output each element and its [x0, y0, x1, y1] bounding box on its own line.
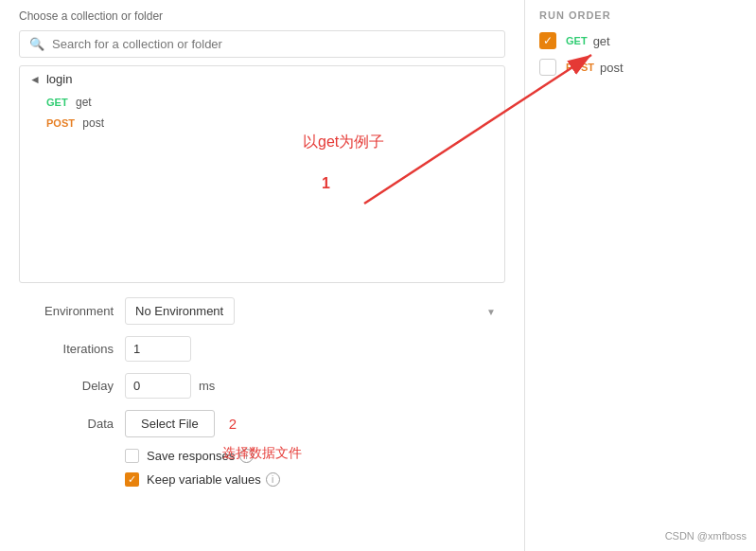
- method-get-label: GET: [46, 97, 68, 108]
- select-file-button[interactable]: Select File: [125, 410, 215, 437]
- environment-label: Environment: [19, 304, 114, 318]
- keep-variable-info-icon[interactable]: i: [266, 472, 280, 487]
- delay-row: Delay ms: [19, 373, 505, 399]
- method-post-label: POST: [46, 117, 75, 129]
- annotation-number-2: 2: [229, 416, 237, 432]
- csdn-watermark: CSDN @xmfboss: [665, 530, 747, 542]
- delay-input[interactable]: [125, 373, 191, 399]
- search-box: 🔍: [19, 30, 505, 58]
- run-checkbox-get[interactable]: ✓: [539, 32, 556, 49]
- checkmark-icon: ✓: [128, 473, 136, 486]
- checkmark-icon: ✓: [543, 34, 553, 47]
- save-responses-label: Save responses: [147, 449, 235, 463]
- list-item[interactable]: POST post: [20, 113, 504, 133]
- iterations-label: Iterations: [19, 342, 114, 356]
- data-label: Data: [19, 417, 114, 431]
- delay-label: Delay: [19, 379, 114, 393]
- save-responses-info-icon[interactable]: i: [239, 449, 254, 463]
- keep-variable-row: ✓ Keep variable values i: [19, 472, 505, 487]
- keep-variable-label: Keep variable values: [147, 472, 261, 487]
- run-order-item-post: POST post: [539, 59, 742, 76]
- item-name-post: post: [82, 116, 104, 130]
- run-method-get: GET: [566, 35, 588, 46]
- environment-select[interactable]: No Environment: [125, 297, 235, 325]
- search-input[interactable]: [52, 37, 495, 51]
- folder-login[interactable]: ◄ login: [20, 66, 504, 92]
- run-order-item-get: ✓ GET get: [539, 32, 742, 49]
- left-panel: Choose a collection or folder 🔍 ◄ login …: [0, 0, 525, 551]
- run-method-post: POST: [566, 62, 594, 73]
- right-panel: RUN ORDER ✓ GET get POST post CSDN @xmfb…: [525, 0, 756, 551]
- run-item-name-get: get: [593, 34, 610, 48]
- environment-row: Environment No Environment: [19, 297, 505, 325]
- iterations-row: Iterations: [19, 336, 505, 362]
- folder-arrow-icon: ◄: [29, 73, 41, 86]
- iterations-input[interactable]: [125, 336, 191, 362]
- data-row: Data Select File 2: [19, 410, 505, 437]
- environment-select-wrapper: No Environment: [125, 297, 505, 325]
- search-icon: 🔍: [29, 37, 44, 51]
- list-item[interactable]: GET get: [20, 92, 504, 113]
- keep-variable-checkbox[interactable]: ✓: [125, 472, 139, 487]
- run-item-name-post: post: [600, 61, 624, 75]
- run-order-title: RUN ORDER: [539, 9, 742, 21]
- collection-list: ◄ login GET get POST post: [19, 65, 505, 283]
- delay-unit: ms: [199, 379, 215, 393]
- run-checkbox-post[interactable]: [539, 59, 556, 76]
- choose-label: Choose a collection or folder: [19, 9, 505, 23]
- folder-name: login: [46, 72, 72, 86]
- save-responses-row: Save responses i: [19, 449, 505, 463]
- save-responses-checkbox[interactable]: [125, 449, 139, 463]
- item-name-get: get: [76, 96, 92, 109]
